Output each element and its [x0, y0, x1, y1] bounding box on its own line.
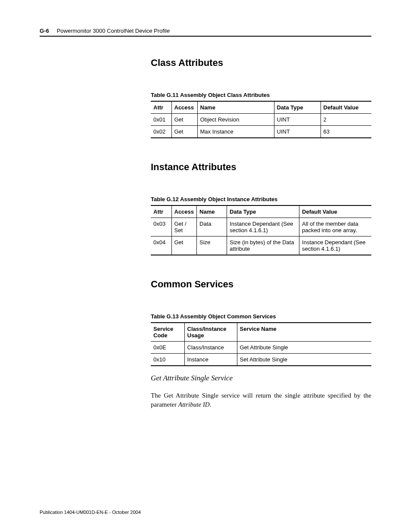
- cell-default: All of the member data packed into one a…: [299, 218, 371, 236]
- col-data-type: Data Type: [274, 101, 321, 114]
- table-row: 0x10 Instance Set Attribute Single: [151, 354, 371, 366]
- cell-access: Get: [171, 236, 197, 255]
- col-data-type: Data Type: [227, 205, 299, 218]
- cell-name: Size: [197, 236, 227, 255]
- heading-class-attributes: Class Attributes: [151, 57, 371, 68]
- col-service-name: Service Name: [237, 323, 371, 342]
- col-name: Name: [197, 101, 274, 114]
- subheading-get-attribute-single: Get Attribute Single Service: [151, 374, 371, 383]
- col-usage: Class/Instance Usage: [184, 323, 237, 342]
- col-attr: Attr: [151, 205, 171, 218]
- table-header-row: Service Code Class/Instance Usage Servic…: [151, 323, 371, 342]
- table-row: 0x02 Get Max Instance UINT 63: [151, 126, 371, 138]
- cell-default: 2: [321, 114, 371, 126]
- heading-common-services: Common Services: [151, 279, 371, 290]
- cell-name: Max Instance: [197, 126, 274, 138]
- table-class-attributes: Attr Access Name Data Type Default Value…: [151, 101, 371, 138]
- table-caption-g11: Table G.11 Assembly Object Class Attribu…: [151, 92, 371, 98]
- cell-access: Get: [171, 126, 197, 138]
- cell-default: Instance Dependant (See section 4.1.6.1): [299, 236, 371, 255]
- cell-code: 0x10: [151, 354, 184, 366]
- table-row: 0x01 Get Object Revision UINT 2: [151, 114, 371, 126]
- cell-data-type: Size (in bytes) of the Data attribute: [227, 236, 299, 255]
- page-header: G-6 Powermonitor 3000 ControlNet Device …: [40, 28, 371, 37]
- col-attr: Attr: [151, 101, 171, 114]
- cell-name: Data: [197, 218, 227, 236]
- cell-data-type: Instance Dependant (See section 4.1.6.1): [227, 218, 299, 236]
- col-default: Default Value: [321, 101, 371, 114]
- cell-attr: 0x02: [151, 126, 171, 138]
- cell-service-name: Set Attribute Single: [237, 354, 371, 366]
- body-text-emphasis: Attribute ID: [178, 401, 210, 408]
- table-caption-g13: Table G.13 Assembly Object Common Servic…: [151, 313, 371, 320]
- table-row: 0x03 Get / Set Data Instance Dependant (…: [151, 218, 371, 236]
- table-instance-attributes: Attr Access Name Data Type Default Value…: [151, 205, 371, 255]
- heading-instance-attributes: Instance Attributes: [151, 162, 371, 173]
- main-content: Class Attributes Table G.11 Assembly Obj…: [151, 57, 371, 409]
- page-number: G-6: [40, 28, 49, 34]
- col-default: Default Value: [299, 205, 371, 218]
- col-access: Access: [171, 101, 197, 114]
- cell-code: 0x0E: [151, 342, 184, 354]
- table-header-row: Attr Access Name Data Type Default Value: [151, 101, 371, 114]
- col-access: Access: [171, 205, 197, 218]
- table-row: 0x04 Get Size Size (in bytes) of the Dat…: [151, 236, 371, 255]
- cell-data-type: UINT: [274, 126, 321, 138]
- table-caption-g12: Table G.12 Assembly Object Instance Attr…: [151, 196, 371, 202]
- document-title: Powermonitor 3000 ControlNet Device Prof…: [57, 28, 170, 34]
- body-paragraph: The Get Attribute Single service will re…: [151, 391, 371, 409]
- cell-data-type: UINT: [274, 114, 321, 126]
- cell-name: Object Revision: [197, 114, 274, 126]
- col-service-code: Service Code: [151, 323, 184, 342]
- cell-default: 63: [321, 126, 371, 138]
- cell-attr: 0x03: [151, 218, 171, 236]
- cell-access: Get / Set: [171, 218, 197, 236]
- table-row: 0x0E Class/Instance Get Attribute Single: [151, 342, 371, 354]
- cell-service-name: Get Attribute Single: [237, 342, 371, 354]
- cell-attr: 0x04: [151, 236, 171, 255]
- cell-usage: Class/Instance: [184, 342, 237, 354]
- cell-access: Get: [171, 114, 197, 126]
- cell-usage: Instance: [184, 354, 237, 366]
- cell-attr: 0x01: [151, 114, 171, 126]
- table-header-row: Attr Access Name Data Type Default Value: [151, 205, 371, 218]
- col-name: Name: [197, 205, 227, 218]
- table-common-services: Service Code Class/Instance Usage Servic…: [151, 322, 371, 366]
- publication-footer: Publication 1404-UM001D-EN-E - October 2…: [40, 510, 141, 515]
- body-text-suffix: .: [210, 401, 212, 408]
